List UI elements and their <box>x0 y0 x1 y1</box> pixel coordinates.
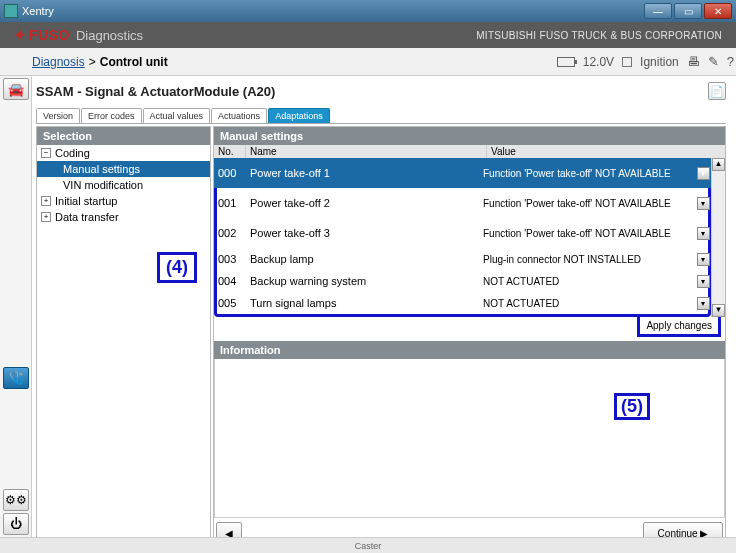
manual-icon[interactable]: 📄 <box>708 82 726 100</box>
table-row[interactable]: 005Turn signal lampsNOT ACTUATED▾ <box>214 292 711 314</box>
cell-no: 005 <box>214 297 246 309</box>
tree-item-data-transfer[interactable]: Data transfer <box>37 209 210 225</box>
left-rail: 🚘 🩺 ⚙⚙ ⏻ <box>0 76 32 553</box>
tree-item-coding[interactable]: Coding <box>37 145 210 161</box>
tab-adaptations[interactable]: Adaptations <box>268 108 330 123</box>
table-row[interactable]: 003Backup lampPlug-in connector NOT INST… <box>214 248 711 270</box>
app-header: ✦ FUSO Diagnostics MITSUBISHI FUSO TRUCK… <box>0 22 736 48</box>
cell-name: Backup warning system <box>246 275 479 287</box>
dropdown-icon[interactable]: ▾ <box>697 167 710 180</box>
app-sysicon <box>4 4 18 18</box>
apply-changes-label: Apply changes <box>646 320 712 331</box>
tree-item-vin-modification[interactable]: VIN modification <box>37 177 210 193</box>
battery-icon <box>557 57 575 67</box>
cell-no: 002 <box>214 227 246 239</box>
grid-head: Manual settings <box>214 127 725 145</box>
rail-settings-button[interactable]: ⚙⚙ <box>3 489 29 511</box>
module-title: SSAM - Signal & ActuatorModule (A20) <box>36 84 275 99</box>
table-row[interactable]: 000Power take-off 1Function 'Power take-… <box>214 158 711 188</box>
window-minimize-button[interactable]: — <box>644 3 672 19</box>
cell-no: 003 <box>214 253 246 265</box>
dropdown-icon[interactable]: ▾ <box>697 253 710 266</box>
cell-no: 001 <box>214 197 246 209</box>
information-head: Information <box>214 341 725 359</box>
tree-item-initial-startup[interactable]: Initial startup <box>37 193 210 209</box>
tab-version[interactable]: Version <box>36 108 80 123</box>
voltage-label: 12.0V <box>583 55 614 69</box>
cell-value: Function 'Power take-off' NOT AVAILABLE <box>479 198 695 209</box>
cell-value: NOT ACTUATED <box>479 298 695 309</box>
rail-vehicle-button[interactable]: 🚘 <box>3 78 29 100</box>
tab-error-codes[interactable]: Error codes <box>81 108 142 123</box>
scroll-up-icon[interactable]: ▲ <box>712 158 725 171</box>
col-no: No. <box>214 145 246 158</box>
col-name: Name <box>246 145 487 158</box>
tab-actuations[interactable]: Actuations <box>211 108 267 123</box>
settings-grid: Manual settings No. Name Value (4) 000Po… <box>213 126 726 549</box>
tree-item-manual-settings[interactable]: Manual settings <box>37 161 210 177</box>
dropdown-icon[interactable]: ▾ <box>697 227 710 240</box>
selection-panel: Selection CodingManual settingsVIN modif… <box>36 126 211 549</box>
window-title: Xentry <box>22 5 54 17</box>
logo-mark-icon: ✦ <box>14 27 26 43</box>
rail-power-button[interactable]: ⏻ <box>3 513 29 535</box>
cell-value: Plug-in connector NOT INSTALLED <box>479 254 695 265</box>
cell-name: Backup lamp <box>246 253 479 265</box>
breadcrumb-link-diagnosis[interactable]: Diagnosis <box>32 55 85 69</box>
cell-name: Turn signal lamps <box>246 297 479 309</box>
breadcrumb-sep: > <box>89 55 96 69</box>
dropdown-icon[interactable]: ▾ <box>697 297 710 310</box>
corporation-label: MITSUBISHI FUSO TRUCK & BUS CORPORATION <box>476 30 722 41</box>
col-value: Value <box>487 145 725 158</box>
print-icon[interactable]: 🖶 <box>687 54 700 69</box>
cell-value: Function 'Power take-off' NOT AVAILABLE <box>479 168 695 179</box>
table-row[interactable]: 004Backup warning systemNOT ACTUATED▾ <box>214 270 711 292</box>
logo-subtitle: Diagnostics <box>76 28 143 43</box>
cell-value: Function 'Power take-off' NOT AVAILABLE <box>479 228 695 239</box>
cell-no: 000 <box>214 167 246 179</box>
dropdown-icon[interactable]: ▾ <box>697 275 710 288</box>
annotation-4-label: (4) <box>157 252 197 283</box>
breadcrumb: Diagnosis > Control unit 12.0V Ignition … <box>0 48 736 76</box>
cell-no: 004 <box>214 275 246 287</box>
rail-diagnostic-button[interactable]: 🩺 <box>3 367 29 389</box>
grid-scrollbar[interactable]: ▲ ▼ <box>711 158 725 317</box>
cell-name: Power take-off 3 <box>246 227 479 239</box>
annotation-5-label: (5) <box>614 393 650 420</box>
window-titlebar: Xentry — ▭ ✕ <box>0 0 736 22</box>
tools-icon[interactable]: ✎ <box>708 54 719 69</box>
selection-head: Selection <box>37 127 210 145</box>
cell-name: Power take-off 2 <box>246 197 479 209</box>
cell-name: Power take-off 1 <box>246 167 479 179</box>
help-icon[interactable]: ? <box>727 54 734 69</box>
scroll-down-icon[interactable]: ▼ <box>712 304 725 317</box>
cell-value: NOT ACTUATED <box>479 276 695 287</box>
table-row[interactable]: 002Power take-off 3Function 'Power take-… <box>214 218 711 248</box>
grid-col-header: No. Name Value <box>214 145 725 158</box>
status-bar: Caster <box>0 537 736 553</box>
window-close-button[interactable]: ✕ <box>704 3 732 19</box>
apply-changes-button[interactable]: Apply changes <box>637 317 721 337</box>
window-maximize-button[interactable]: ▭ <box>674 3 702 19</box>
ignition-label: Ignition <box>640 55 679 69</box>
dropdown-icon[interactable]: ▾ <box>697 197 710 210</box>
ignition-checkbox[interactable] <box>622 57 632 67</box>
tab-actual-values[interactable]: Actual values <box>143 108 211 123</box>
tab-bar: VersionError codesActual valuesActuation… <box>36 108 726 124</box>
table-row[interactable]: 001Power take-off 2Function 'Power take-… <box>214 188 711 218</box>
breadcrumb-current: Control unit <box>100 55 168 69</box>
logo-brand: FUSO <box>29 27 70 43</box>
information-body: (5) <box>214 359 725 519</box>
